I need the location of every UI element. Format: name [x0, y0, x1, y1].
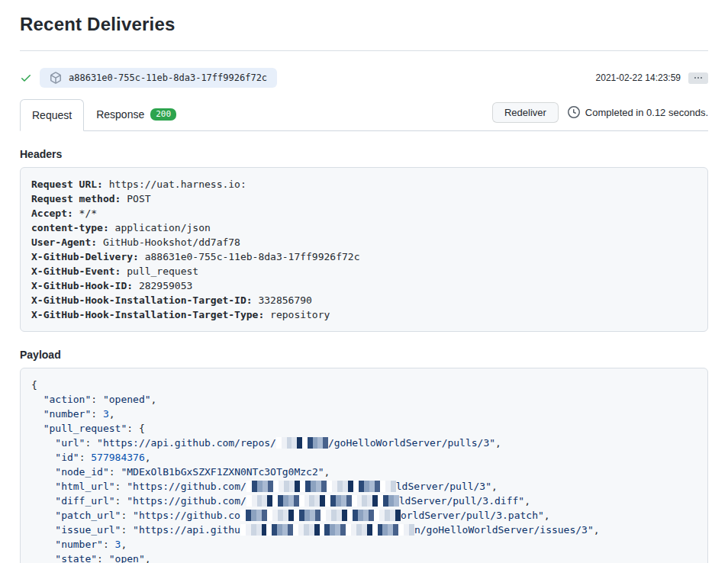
header-line: X-GitHub-Hook-Installation-Target-ID: 33… [31, 293, 697, 307]
payload-section-label: Payload [20, 349, 708, 361]
completion-status: Completed in 0.12 seconds. [568, 106, 708, 118]
delivery-options-kebab-button[interactable] [688, 72, 708, 84]
redacted-block [240, 524, 414, 536]
response-status-badge: 200 [150, 108, 176, 121]
delivery-guid-toggle[interactable]: a88631e0-755c-11eb-8da3-17ff9926f72c [40, 68, 277, 88]
redeliver-button[interactable]: Redeliver [492, 102, 559, 123]
payload-line: "number": 3, [31, 407, 697, 421]
kebab-dot [697, 77, 699, 79]
payload-line: "id": 577984376, [31, 450, 697, 465]
payload-line: "patch_url": "https://github.coorldServe… [31, 508, 697, 523]
clock-icon [568, 106, 580, 118]
payload-line: "state": "open", [31, 552, 697, 563]
header-line: Request method: POST [31, 191, 697, 206]
redacted-block [246, 495, 399, 507]
tab-response-label: Response [96, 107, 144, 122]
payload-line: "issue_url": "https://api.githun/goHello… [31, 523, 697, 537]
request-response-tabnav: Request Response 200 Redeliver Completed… [20, 98, 708, 131]
headers-code-block: Request URL: https://uat.harness.io:Requ… [20, 167, 708, 332]
recent-deliveries-page: Recent Deliveries a88631e0-755c-11eb-8da… [0, 14, 728, 563]
payload-line: "number": 3, [31, 537, 697, 552]
payload-line: "node_id": "MDExOlB1bGxSZXF1ZXN0NTc3OTg0… [31, 465, 697, 479]
delivery-row: a88631e0-755c-11eb-8da3-17ff9926f72c 202… [20, 68, 708, 88]
payload-line: "html_url": "https://github.com/ldServer… [31, 479, 697, 494]
title-divider [20, 50, 708, 51]
header-line: Request URL: https://uat.harness.io: [31, 177, 697, 191]
header-line: X-GitHub-Hook-Installation-Target-Type: … [31, 307, 697, 322]
header-line: X-GitHub-Hook-ID: 282959053 [31, 278, 697, 293]
payload-line: "pull_request": { [31, 421, 697, 436]
package-icon [50, 72, 62, 84]
header-line: content-type: application/json [31, 220, 697, 235]
kebab-dot [694, 77, 696, 79]
header-line: X-GitHub-Delivery: a88631e0-755c-11eb-8d… [31, 249, 697, 264]
header-line: Accept: */* [31, 206, 697, 220]
payload-line: { [31, 378, 697, 392]
headers-section-label: Headers [20, 148, 708, 160]
payload-line: "action": "opened", [31, 392, 697, 407]
redacted-block [276, 437, 328, 449]
header-line: User-Agent: GitHub-Hookshot/dd7af78 [31, 235, 697, 249]
tab-response[interactable]: Response 200 [84, 98, 188, 130]
tab-request[interactable]: Request [20, 99, 84, 131]
kebab-dot [701, 77, 702, 79]
delivery-success-check-icon [20, 72, 32, 84]
payload-code-block: { "action": "opened", "number": 3, "pull… [20, 368, 708, 563]
page-title: Recent Deliveries [20, 14, 708, 35]
payload-line: "url": "https://api.github.com/repos//go… [31, 436, 697, 450]
delivery-timestamp: 2021-02-22 14:23:59 [596, 72, 681, 83]
redacted-block [240, 510, 401, 521]
completed-in-text: Completed in 0.12 seconds. [585, 107, 708, 118]
header-line: X-GitHub-Event: pull_request [31, 264, 697, 278]
tab-request-label: Request [32, 108, 72, 123]
payload-line: "diff_url": "https://github.com/ldServer… [31, 494, 697, 508]
redacted-block [246, 481, 396, 492]
delivery-guid: a88631e0-755c-11eb-8da3-17ff9926f72c [69, 72, 267, 83]
